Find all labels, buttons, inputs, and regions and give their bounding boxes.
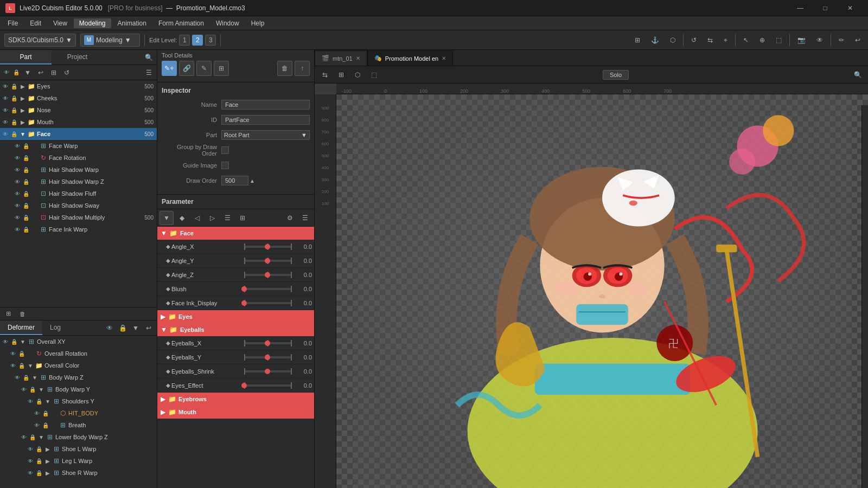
oxy-vis[interactable]: 👁: [1, 337, 10, 346]
tree-item-face[interactable]: 👁 🔒 ▼ 📁 Face 500: [0, 128, 157, 140]
hswz-vis[interactable]: 👁: [13, 177, 22, 186]
menu-modeling[interactable]: Modeling: [74, 18, 111, 28]
ey-slider[interactable]: [244, 356, 291, 358]
def-lock[interactable]: 🔒: [117, 322, 129, 334]
def-vis[interactable]: 👁: [104, 322, 116, 334]
tab-project[interactable]: Project: [52, 50, 103, 65]
tree-item-mouth[interactable]: 👁 🔒 ▶ 📁 Mouth 500: [0, 116, 157, 128]
inspector-name-input[interactable]: [221, 100, 310, 110]
def-overall-color[interactable]: 👁 🔒 ▼ 📁 Overall Color: [0, 359, 157, 371]
canvas-area[interactable]: -100 0 100 200 300 400 500 600 700 900 8…: [315, 84, 868, 488]
def-expand[interactable]: ▼: [130, 322, 142, 334]
add-folder[interactable]: ⊞: [2, 308, 14, 320]
eyes-lock[interactable]: 🔒: [10, 82, 18, 91]
lock-toggle[interactable]: 🔒: [12, 68, 21, 77]
canvas-tab-promotion[interactable]: 🎭 Promotion Model en ✕: [367, 50, 453, 66]
menu-edit[interactable]: Edit: [24, 18, 47, 28]
hsw-vis[interactable]: 👁: [13, 165, 22, 174]
param-tb-next[interactable]: ▷: [205, 211, 219, 225]
td-btn-link[interactable]: 🔗: [179, 61, 194, 76]
tree-search[interactable]: 🔍: [143, 52, 155, 63]
face-lock[interactable]: 🔒: [10, 130, 18, 138]
ay-slider[interactable]: [244, 260, 291, 262]
def-overall-xy[interactable]: 👁 🔒 ▼ ⊞ Overall XY: [0, 336, 157, 348]
td-btn-add[interactable]: ✎+: [162, 61, 177, 76]
lbwz-vis[interactable]: 👁: [20, 433, 28, 441]
menu-file[interactable]: File: [2, 18, 23, 28]
hsf-lock[interactable]: 🔒: [22, 189, 30, 198]
tab-part[interactable]: Part: [0, 50, 52, 65]
nose-lock[interactable]: 🔒: [10, 106, 18, 114]
tab-deformer[interactable]: Deformer: [0, 320, 42, 335]
hsw-lock[interactable]: 🔒: [22, 165, 30, 174]
sort[interactable]: ⊞: [48, 67, 60, 79]
hb-lock[interactable]: 🔒: [41, 409, 50, 418]
param-tb-keyframe[interactable]: ◆: [175, 211, 189, 225]
cheeks-expand[interactable]: ▶: [18, 94, 27, 102]
param-tb-prev[interactable]: ◁: [190, 211, 204, 225]
param-group-face[interactable]: ▼ 📁 Face: [157, 227, 314, 240]
slw-lock[interactable]: 🔒: [35, 445, 43, 453]
hss-vis[interactable]: 👁: [13, 201, 22, 210]
sdk-dropdown[interactable]: SDK5.0/Cubism5.0 ▼: [4, 34, 76, 47]
param-group-mouth[interactable]: ▶ 📁 Mouth: [157, 406, 314, 419]
face-warp-lock[interactable]: 🔒: [22, 142, 30, 150]
inspector-guide-checkbox[interactable]: [221, 162, 229, 169]
tb-btn-transform[interactable]: ⬚: [773, 35, 785, 45]
nose-expand[interactable]: ▶: [18, 106, 27, 114]
refresh[interactable]: ↺: [61, 67, 73, 79]
expand-all[interactable]: ▼: [22, 67, 34, 79]
edit-level-2[interactable]: 2: [192, 35, 203, 46]
def-arrow[interactable]: ↩: [143, 322, 155, 334]
menu-animation[interactable]: Animation: [112, 18, 152, 28]
def-shoulders-y[interactable]: 👁 🔒 ▼ ⊞ Shoulders Y: [0, 395, 157, 407]
tb-btn-move[interactable]: ⊕: [756, 35, 768, 45]
face-expand[interactable]: ▼: [18, 130, 27, 138]
oc-vis[interactable]: 👁: [9, 361, 17, 370]
ax-slider[interactable]: [244, 246, 291, 248]
menu-form-animation[interactable]: Form Animation: [153, 18, 209, 28]
tb-btn-rotate[interactable]: ↺: [688, 35, 700, 45]
def-overall-rotation[interactable]: 👁 🔒 ↻ Overall Rotation: [0, 348, 157, 359]
tb-btn-view[interactable]: 👁: [813, 35, 826, 45]
close-button[interactable]: ✕: [838, 0, 863, 16]
face-rot-lock[interactable]: 🔒: [22, 153, 30, 162]
tb-btn-undo[interactable]: ↩: [852, 35, 864, 45]
az-slider[interactable]: [244, 274, 291, 276]
menu-window[interactable]: Window: [210, 18, 245, 28]
bl-thumb[interactable]: [241, 286, 247, 292]
face-rot-vis[interactable]: 👁: [13, 153, 22, 162]
def-body-warp-z[interactable]: 👁 🔒 ▼ ⊞ Body Warp Z: [0, 371, 157, 383]
slw-vis[interactable]: 👁: [26, 445, 35, 453]
param-group-eyebrows[interactable]: ▶ 📁 Eyebrows: [157, 393, 314, 406]
hswz-lock[interactable]: 🔒: [22, 177, 30, 186]
ax-thumb[interactable]: [265, 244, 270, 249]
param-tb-grid[interactable]: ⊞: [235, 211, 250, 225]
ctb-transform[interactable]: ⇆: [318, 68, 332, 82]
ex-thumb[interactable]: [265, 341, 270, 346]
menu-help[interactable]: Help: [246, 18, 270, 28]
llw-expand[interactable]: ▶: [43, 457, 52, 465]
td-btn-edit[interactable]: ✎: [196, 61, 212, 76]
def-body-warp-y[interactable]: 👁 🔒 ▼ ⊞ Body Warp Y: [0, 383, 157, 395]
ex-slider[interactable]: [244, 342, 291, 344]
or-vis[interactable]: 👁: [9, 349, 17, 358]
sy-expand[interactable]: ▼: [43, 397, 52, 406]
tb-btn-pen[interactable]: ✏: [835, 35, 847, 45]
tb-btn-snap[interactable]: ⌖: [720, 35, 731, 45]
inspector-draworder-input[interactable]: [221, 176, 248, 185]
tb-btn-mirror[interactable]: ⇆: [704, 35, 716, 45]
br-lock[interactable]: 🔒: [41, 421, 50, 429]
llw-vis[interactable]: 👁: [26, 457, 35, 465]
inspector-group-checkbox[interactable]: [221, 146, 229, 154]
hsf-vis[interactable]: 👁: [13, 189, 22, 198]
fi-slider[interactable]: [244, 302, 291, 304]
promo-close[interactable]: ✕: [442, 55, 446, 61]
tb-btn-mesh[interactable]: ⬡: [667, 35, 679, 45]
ey-thumb[interactable]: [265, 355, 270, 360]
edit-level-3[interactable]: 3: [205, 35, 216, 46]
def-breath[interactable]: 👁 🔒 ⊞ Breath: [0, 419, 157, 431]
hsm-lock[interactable]: 🔒: [22, 213, 30, 222]
more-options[interactable]: ☰: [143, 67, 155, 79]
tree-item-face-ink-warp[interactable]: 👁 🔒 ⊞ Face Ink Warp: [0, 223, 157, 235]
